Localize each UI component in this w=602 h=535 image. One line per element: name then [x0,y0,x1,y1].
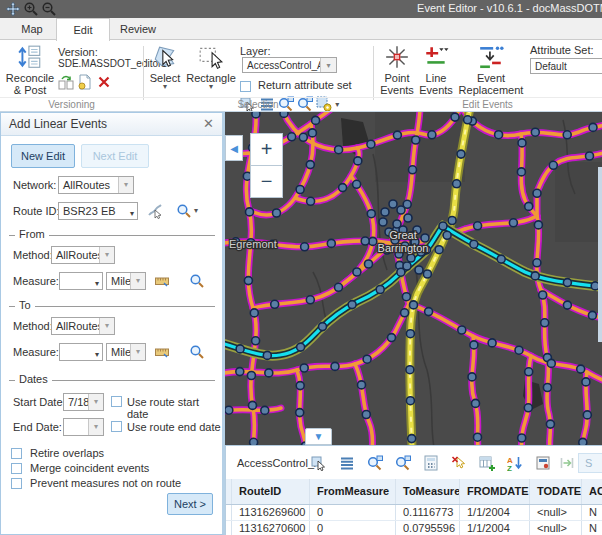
to-units-select[interactable]: Miles ▾ [106,343,146,361]
zoom-to-measure-icon[interactable] [189,344,205,360]
use-route-start-date-checkbox[interactable] [111,396,122,407]
attribute-set-select[interactable]: Default [530,58,602,74]
chevron-down-icon: ▾ [118,177,133,193]
return-attribute-set-checkbox[interactable] [240,81,251,92]
table-cell: 11316269600 [232,505,310,520]
column-header[interactable]: ToMeasure [396,479,460,504]
measure-icon[interactable] [559,455,575,471]
merge-coincident-checkbox[interactable] [11,463,22,474]
to-measure-label: Measure: [13,346,59,358]
clear-selection-icon[interactable] [451,455,467,471]
chevron-down-icon: ▾ [130,344,145,360]
from-measure-input[interactable]: ▾ [59,272,103,290]
version-label: Version: [58,46,144,58]
save-button[interactable]: S [578,453,602,473]
tab-edit[interactable]: Edit [56,18,110,41]
zoom-to-selection-icon[interactable] [367,455,383,471]
new-edit-button[interactable]: New Edit [11,144,75,168]
from-units-select[interactable]: Miles ▾ [106,272,146,290]
table-row[interactable]: 1131627060000.07955961/1/2004<null>N [226,521,602,535]
panel-header: Add Linear Events ✕ [1,113,222,136]
start-date-input[interactable]: 7/18/ ▾ [63,393,104,411]
table-header-row: RouteIDFromMeasureToMeasureFROMDATETODAT… [226,479,602,505]
column-header[interactable]: RouteID [232,479,310,504]
from-method-select[interactable]: AllRoutes ▾ [51,246,115,264]
zoom-in-icon[interactable] [23,1,39,17]
zoom-out-button[interactable]: − [250,165,283,198]
return-attribute-set-label: Return attribute set [258,79,352,91]
select-button[interactable]: Select ▾ [147,44,183,90]
zoom-to-route-icon[interactable] [176,203,192,219]
table-layer-name: AccessControl_A [237,457,321,469]
add-linear-events-panel: Add Linear Events ✕ New Edit Next Edit N… [0,112,225,535]
sort-icon[interactable] [507,455,523,471]
point-events-icon [384,44,410,70]
event-replacement-icon [478,44,504,70]
column-header[interactable]: AC [582,479,602,504]
tab-map[interactable]: Map [8,18,56,40]
to-measure-input[interactable]: ▾ [59,343,103,361]
route-id-combo[interactable]: BSR23 EB ▾ [58,202,138,220]
zoom-in-button[interactable]: + [250,133,283,166]
table-cell: <null> [530,521,582,535]
chevron-down-icon: ▾ [186,84,236,90]
line-events-button[interactable]: Line Events [418,44,454,96]
rectangle-button[interactable]: Rectangle ▾ [186,44,236,90]
zoom-to-measure-icon[interactable] [189,273,205,289]
attribute-set-label: Attribute Set: [530,44,602,56]
layer-label: Layer: [240,45,271,57]
route-picker-icon[interactable] [147,203,163,219]
point-events-button[interactable]: Point Events [378,44,416,96]
network-label: Network: [13,179,56,191]
next-edit-button[interactable]: Next Edit [81,144,149,168]
merge-coincident-label: Merge coincident events [30,462,149,474]
field-calculator-icon[interactable] [423,455,439,471]
close-icon[interactable]: ✕ [203,116,214,131]
create-version-icon[interactable] [77,74,93,90]
dates-section-separator: Dates [9,380,215,393]
collapse-panel-button[interactable]: ◀ [225,135,243,161]
pan-icon[interactable] [5,1,21,17]
prevent-measures-checkbox[interactable] [11,478,22,489]
retire-overlaps-checkbox[interactable] [11,448,22,459]
panel-title: Add Linear Events [9,117,107,131]
change-version-icon[interactable] [58,74,74,90]
layer-select[interactable]: AccessControl_A ▾ [242,57,337,73]
identify-icon[interactable] [535,455,551,471]
reconcile-icon [17,44,43,70]
network-select[interactable]: AllRoutes ▾ [58,176,134,194]
table-select-icon[interactable] [311,455,327,471]
table-cell: 1/1/2004 [460,521,530,535]
place-label-barrington: Barrington [378,242,429,254]
retire-overlaps-label: Retire overlaps [30,447,104,459]
version-value: SDE.MASSDOT_editor1 [58,58,144,69]
collapse-table-button[interactable]: ▼ [305,428,332,445]
reconcile-post-button[interactable]: Reconcile & Post [4,44,56,96]
start-date-label: Start Date: [13,396,66,408]
measure-location-icon[interactable] [154,273,170,289]
next-button[interactable]: Next > [167,493,213,515]
use-route-end-date-checkbox[interactable] [111,421,122,432]
map-canvas[interactable]: Egremont Great Barrington ◀ + − ▼ [225,112,602,445]
event-replacement-button[interactable]: Event Replacement [456,44,526,96]
add-records-icon[interactable] [479,455,495,471]
select-icon [152,44,178,70]
delete-version-icon[interactable] [96,74,112,90]
chevron-down-icon: ▾ [88,419,103,435]
map-scrollbar[interactable] [598,167,602,342]
retire-overlaps-row: Retire overlaps [11,446,104,459]
column-header[interactable]: FromMeasure [310,479,396,504]
attribute-list-icon[interactable] [339,455,355,471]
to-method-select[interactable]: AllRoutes ▾ [51,317,115,335]
table-cell: <null> [530,505,582,520]
chevron-down-icon[interactable]: ▾ [194,206,198,215]
column-header[interactable]: FROMDATE [460,479,530,504]
table-row[interactable]: 1131626960000.11167731/1/2004<null>N [226,505,602,521]
selection-group-label: Selection [143,97,373,110]
tab-review[interactable]: Review [110,18,166,40]
column-header[interactable]: TODATE [530,479,582,504]
measure-location-icon[interactable] [154,344,170,360]
pan-to-selection-icon[interactable] [395,455,411,471]
end-date-input[interactable]: ▾ [63,418,104,436]
zoom-out-icon[interactable] [41,1,57,17]
